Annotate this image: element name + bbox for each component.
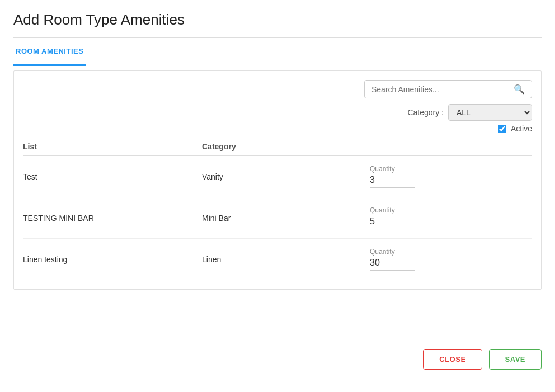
- cell-quantity-2: Quantity: [370, 248, 532, 271]
- quantity-label-2: Quantity: [370, 248, 532, 256]
- tab-bar: ROOM AMENITIES: [13, 38, 542, 66]
- cell-category-0: Vanity: [202, 172, 370, 181]
- search-input[interactable]: [371, 85, 514, 94]
- active-checkbox[interactable]: [498, 125, 506, 133]
- quantity-input-1[interactable]: [370, 216, 415, 229]
- active-row: Active: [498, 124, 532, 133]
- table-row: TESTING MINI BAR Mini Bar Quantity: [23, 197, 532, 239]
- search-box[interactable]: 🔍: [364, 80, 532, 98]
- col-header-quantity: [370, 142, 532, 151]
- content-panel: 🔍 Category : ALL Vanity Mini Bar Linen A…: [13, 70, 542, 290]
- close-button[interactable]: CLOSE: [423, 349, 482, 370]
- search-icon: 🔍: [514, 84, 525, 95]
- cell-category-1: Mini Bar: [202, 214, 370, 223]
- cell-list-2: Linen testing: [23, 255, 202, 264]
- cell-quantity-0: Quantity: [370, 165, 532, 188]
- save-button[interactable]: SAVE: [489, 349, 542, 370]
- table-row: Test Vanity Quantity: [23, 156, 532, 197]
- amenities-table: List Category Test Vanity Quantity TESTI…: [23, 142, 532, 280]
- active-label: Active: [511, 124, 532, 133]
- cell-category-2: Linen: [202, 255, 370, 264]
- quantity-input-2[interactable]: [370, 258, 415, 271]
- category-select[interactable]: ALL Vanity Mini Bar Linen: [448, 104, 532, 121]
- quantity-input-0[interactable]: [370, 175, 415, 188]
- col-header-category: Category: [202, 142, 370, 151]
- quantity-label-0: Quantity: [370, 165, 532, 173]
- footer-buttons: CLOSE SAVE: [423, 349, 542, 370]
- col-header-list: List: [23, 142, 202, 151]
- cell-quantity-1: Quantity: [370, 206, 532, 229]
- quantity-label-1: Quantity: [370, 206, 532, 214]
- cell-list-0: Test: [23, 172, 202, 181]
- table-header: List Category: [23, 142, 532, 156]
- cell-list-1: TESTING MINI BAR: [23, 214, 202, 223]
- page-title: Add Room Type Amenities: [13, 11, 542, 29]
- tab-room-amenities[interactable]: ROOM AMENITIES: [13, 38, 86, 66]
- category-row: Category : ALL Vanity Mini Bar Linen: [407, 104, 532, 121]
- filters-container: 🔍 Category : ALL Vanity Mini Bar Linen A…: [23, 80, 532, 133]
- table-row: Linen testing Linen Quantity: [23, 239, 532, 280]
- category-label: Category :: [407, 108, 444, 117]
